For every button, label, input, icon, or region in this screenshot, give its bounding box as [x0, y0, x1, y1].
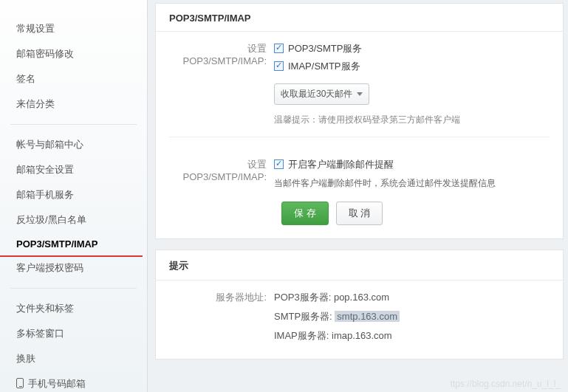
sidebar-group-2: 帐号与邮箱中心 邮箱安全设置 邮箱手机服务 反垃圾/黑白名单 POP3/SMTP… [0, 132, 147, 281]
sidebar-item-auth-code[interactable]: 客户端授权密码 [0, 255, 147, 281]
sidebar-item-account-center[interactable]: 帐号与邮箱中心 [0, 132, 147, 157]
sidebar-item-mobile[interactable]: 邮箱手机服务 [0, 182, 147, 207]
sidebar-group-3: 文件夹和标签 多标签窗口 换肤 手机号码邮箱 [0, 296, 147, 392]
panel-tips: 提示 服务器地址: POP3服务器: pop.163.com SMTP服务器: … [155, 250, 564, 360]
divider [10, 288, 137, 289]
sidebar-item-signature[interactable]: 签名 [0, 66, 147, 92]
select-value: 收取最近30天邮件 [281, 88, 352, 100]
sidebar-item-label: 手机号码邮箱 [28, 378, 86, 389]
form-label: 服务器地址: [169, 291, 274, 348]
content-area: POP3/SMTP/IMAP 设置POP3/SMTP/IMAP: POP3/SM… [148, 0, 568, 392]
form-row-delete-notice: 设置POP3/SMTP/IMAP: 开启客户端删除邮件提醒 当邮件客户端删除邮件… [156, 148, 563, 190]
form-label: 设置POP3/SMTP/IMAP: [169, 158, 274, 190]
fetch-range-select[interactable]: 收取最近30天邮件 [274, 83, 369, 105]
server-imap: IMAP服务器: imap.163.com [274, 329, 550, 343]
checkbox-delete-notice[interactable] [274, 159, 284, 169]
checkbox-imap-smtp[interactable] [274, 61, 284, 71]
cancel-button[interactable]: 取 消 [336, 202, 383, 225]
sidebar-item-antispam[interactable]: 反垃圾/黑白名单 [0, 207, 147, 233]
server-pop3: POP3服务器: pop.163.com [274, 291, 550, 304]
form-label: 设置POP3/SMTP/IMAP: [169, 42, 274, 126]
sidebar-item-mobile-mail[interactable]: 手机号码邮箱 [0, 371, 147, 392]
panel-title: 提示 [156, 250, 563, 281]
checkbox-label: IMAP/SMTP服务 [288, 61, 360, 72]
form-row-servers: 服务器地址: POP3服务器: pop.163.com SMTP服务器: smt… [156, 281, 563, 359]
sidebar-item-skin[interactable]: 换肤 [0, 346, 147, 371]
server-smtp: SMTP服务器: smtp.163.com [274, 310, 550, 323]
description-text: 当邮件客户端删除邮件时，系统会通过邮件发送提醒信息 [274, 177, 550, 190]
watermark: ttps://blog.csdn.net/n_u_l_l_ [451, 379, 561, 389]
smtp-value: smtp.163.com [335, 311, 400, 322]
checkbox-label: POP3/SMTP服务 [288, 43, 362, 54]
hint-text: 温馨提示：请使用授权码登录第三方邮件客户端 [274, 114, 550, 126]
sidebar-item-security[interactable]: 邮箱安全设置 [0, 157, 147, 182]
button-row: 保 存 取 消 [156, 190, 563, 238]
sidebar-item-classify[interactable]: 来信分类 [0, 92, 147, 117]
divider [10, 124, 137, 125]
sidebar-item-tabs[interactable]: 多标签窗口 [0, 321, 147, 346]
form-row-enable: 设置POP3/SMTP/IMAP: POP3/SMTP服务 IMAP/SMTP服… [156, 32, 563, 126]
checkbox-label: 开启客户端删除邮件提醒 [288, 159, 394, 170]
checkbox-pop3-smtp[interactable] [274, 44, 284, 53]
sidebar-group-1: 常规设置 邮箱密码修改 签名 来信分类 [0, 16, 147, 117]
panel-title: POP3/SMTP/IMAP [156, 4, 563, 32]
sidebar: 常规设置 邮箱密码修改 签名 来信分类 帐号与邮箱中心 邮箱安全设置 邮箱手机服… [0, 0, 148, 392]
smtp-label: SMTP服务器: [274, 311, 335, 322]
save-button[interactable]: 保 存 [281, 202, 329, 225]
sidebar-item-folders[interactable]: 文件夹和标签 [0, 296, 147, 321]
chevron-down-icon [357, 92, 363, 96]
sidebar-item-general[interactable]: 常规设置 [0, 16, 147, 41]
divider [169, 137, 550, 137]
panel-protocol-settings: POP3/SMTP/IMAP 设置POP3/SMTP/IMAP: POP3/SM… [155, 3, 564, 239]
phone-icon [16, 378, 24, 388]
sidebar-item-pop3-smtp-imap[interactable]: POP3/SMTP/IMAP [0, 233, 147, 255]
sidebar-item-password[interactable]: 邮箱密码修改 [0, 41, 147, 66]
